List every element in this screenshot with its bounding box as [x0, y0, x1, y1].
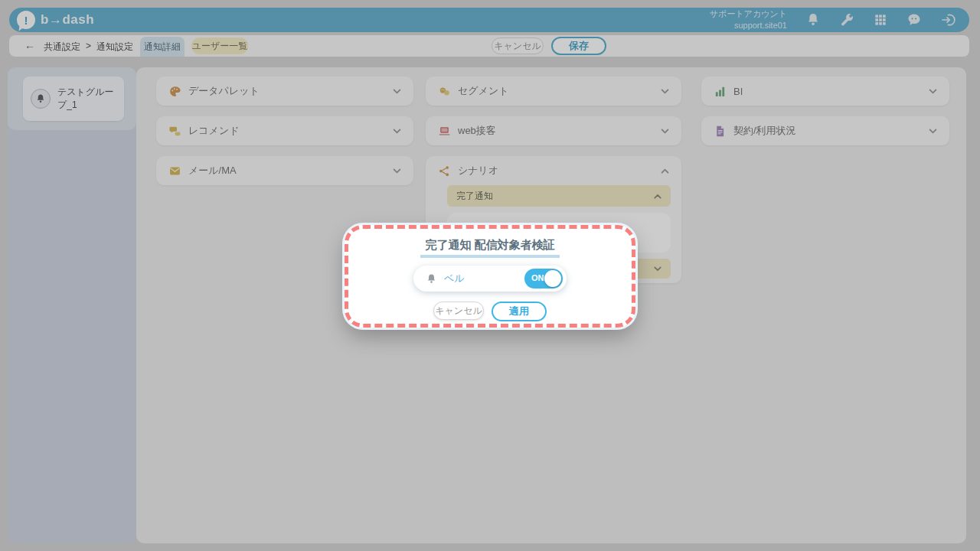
logo-speech-bubble-icon: ! — [17, 11, 35, 29]
notifications-bell-icon[interactable] — [805, 12, 821, 28]
card-label: データパレット — [188, 84, 260, 98]
chevron-up-icon — [654, 194, 662, 199]
card-label: web接客 — [458, 124, 496, 138]
breadcrumb-notification-settings[interactable]: 通知設定 — [96, 41, 133, 54]
toolbar: ← 共通設定 > 通知設定 通知詳細 ユーザー一覧 キャンセル 保存 — [9, 35, 969, 57]
sidebar-item-label: テストグループ_1 — [57, 86, 116, 112]
card-label: シナリオ — [458, 164, 498, 178]
group-bell-icon — [31, 89, 51, 109]
toolbar-save-button[interactable]: 保存 — [551, 37, 606, 55]
sidebar: テストグループ_1 — [8, 67, 136, 543]
bdash-logo[interactable]: ! b→dash — [17, 11, 94, 29]
card-label: BI — [733, 86, 743, 97]
chevron-down-icon — [393, 129, 401, 134]
scenario-item-label: 完了通知 — [456, 190, 493, 203]
envelope-icon — [168, 165, 181, 178]
card-web-sekkyaku[interactable]: web接客 — [426, 116, 681, 145]
share-network-icon — [438, 165, 451, 178]
bell-toggle[interactable]: ON — [524, 269, 563, 289]
modal-apply-button[interactable]: 適用 — [492, 302, 547, 321]
laptop-icon — [438, 125, 451, 138]
account-id: support.site01 — [710, 20, 787, 31]
card-label: 契約/利用状況 — [733, 124, 796, 138]
bell-icon — [426, 273, 437, 285]
chevron-down-icon — [393, 89, 401, 94]
back-button[interactable]: ← — [24, 39, 35, 51]
settings-wrench-icon[interactable] — [839, 12, 854, 28]
support-chat-icon[interactable] — [906, 12, 922, 28]
chevron-down-icon — [661, 129, 669, 134]
card-bi[interactable]: BI — [701, 77, 949, 106]
toolbar-cancel-button[interactable]: キャンセル — [492, 37, 544, 54]
sidebar-item-test-group[interactable]: テストグループ_1 — [23, 77, 124, 121]
logo-text: b→dash — [41, 12, 94, 28]
modal-cancel-button[interactable]: キャンセル — [433, 302, 484, 320]
app-root: ! b→dash サポートアカウント support.site01 ← 共通設定… — [0, 0, 980, 551]
account-info: サポートアカウント support.site01 — [710, 8, 787, 31]
card-label: セグメント — [458, 84, 509, 98]
card-contract-usage[interactable]: 契約/利用状況 — [701, 116, 949, 145]
document-icon — [714, 125, 727, 138]
card-data-palette[interactable]: データパレット — [156, 77, 413, 106]
chevron-up-icon — [661, 168, 669, 174]
breadcrumb: 共通設定 > 通知設定 — [44, 41, 133, 54]
verification-modal: 完了通知 配信対象者検証 ベル ON キャンセル 適用 — [345, 225, 635, 328]
chevron-down-icon — [654, 266, 662, 272]
chevron-down-icon — [393, 168, 401, 174]
bell-row-label: ベル — [444, 272, 465, 285]
card-segment[interactable]: セグメント — [426, 77, 681, 106]
toggle-on-label: ON — [531, 273, 544, 282]
card-recommend[interactable]: レコメンド — [156, 116, 413, 145]
tab-notification-detail[interactable]: 通知詳細 — [140, 37, 185, 57]
tab-user-list[interactable]: ユーザー一覧 — [191, 37, 248, 54]
toggle-knob — [544, 270, 561, 287]
app-grid-icon[interactable] — [873, 12, 888, 28]
segment-faces-icon — [438, 85, 451, 98]
account-name: サポートアカウント — [710, 8, 787, 20]
logout-icon[interactable] — [940, 12, 956, 28]
card-label: メール/MA — [188, 164, 237, 178]
breadcrumb-common-settings[interactable]: 共通設定 — [44, 41, 80, 54]
card-mail-ma[interactable]: メール/MA — [156, 156, 413, 185]
scenario-header[interactable]: シナリオ — [426, 156, 681, 185]
modal-title: 完了通知 配信対象者検証 — [420, 238, 559, 258]
bell-setting-row: ベル ON — [413, 266, 567, 292]
breadcrumb-separator: > — [86, 41, 91, 54]
bar-chart-icon — [714, 85, 727, 98]
top-header-bar: ! b→dash サポートアカウント support.site01 — [9, 8, 969, 32]
scenario-item-completion-notice[interactable]: 完了通知 — [447, 185, 671, 207]
chevron-down-icon — [661, 89, 669, 94]
card-label: レコメンド — [188, 124, 240, 138]
chevron-down-icon — [929, 89, 937, 94]
chevron-down-icon — [929, 129, 937, 134]
chat-bubbles-icon — [168, 125, 181, 138]
palette-icon — [168, 85, 181, 98]
